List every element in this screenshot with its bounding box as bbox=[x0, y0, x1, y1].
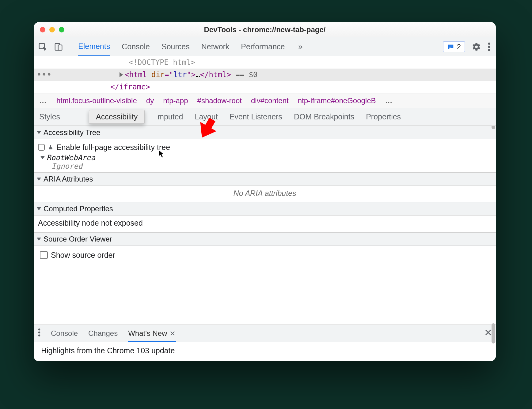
section-title: ARIA Attributes bbox=[44, 175, 93, 183]
checkbox-show-source-order[interactable] bbox=[40, 251, 48, 259]
accessibility-panel: Accessibility Tree Enable full-page acce… bbox=[34, 126, 496, 325]
more-menu-button[interactable] bbox=[488, 43, 490, 51]
main-tabs: Elements Console Sources Network Perform… bbox=[78, 37, 304, 56]
chevron-down-icon bbox=[40, 156, 45, 159]
section-computed-properties[interactable]: Computed Properties bbox=[34, 202, 496, 216]
subtab-styles[interactable]: Styles bbox=[39, 112, 60, 121]
minimize-window-button[interactable] bbox=[49, 27, 55, 32]
chevron-down-icon bbox=[37, 131, 41, 134]
section-source-order[interactable]: Source Order Viewer bbox=[34, 232, 496, 246]
section-title: Accessibility Tree bbox=[44, 128, 100, 137]
crumb-shadow-root[interactable]: #shadow-root bbox=[197, 96, 242, 105]
tab-elements[interactable]: Elements bbox=[78, 37, 110, 56]
show-source-order-label: Show source order bbox=[51, 251, 115, 260]
crumb-div-content[interactable]: div#content bbox=[251, 96, 289, 105]
section-title: Computed Properties bbox=[44, 204, 113, 213]
tab-performance[interactable]: Performance bbox=[241, 37, 285, 56]
chevron-down-icon bbox=[37, 178, 41, 181]
checkbox-enable-full-tree[interactable] bbox=[38, 144, 45, 151]
drawer-tab-changes[interactable]: Changes bbox=[88, 329, 118, 338]
tab-console[interactable]: Console bbox=[122, 37, 150, 56]
scrollbar-thumb[interactable] bbox=[492, 323, 495, 343]
dom-line-doctype[interactable]: <!DOCTYPE html> bbox=[34, 56, 496, 69]
chevron-down-icon bbox=[37, 207, 41, 210]
enable-full-tree-row[interactable]: Enable full-page accessibility tree bbox=[38, 141, 492, 153]
dom-tree[interactable]: <!DOCTYPE html> ••• <html dir="ltr">…</h… bbox=[34, 56, 496, 93]
drawer-close-button[interactable] bbox=[485, 329, 492, 338]
show-source-order-row[interactable]: Show source order bbox=[40, 249, 490, 261]
window-controls bbox=[40, 27, 64, 32]
kebab-icon bbox=[488, 43, 490, 51]
inspect-element-icon[interactable] bbox=[36, 40, 49, 53]
tab-network[interactable]: Network bbox=[201, 37, 230, 56]
tree-ignored-node: Ignored bbox=[38, 162, 492, 171]
dom-line-html[interactable]: ••• <html dir="ltr">…</html> == $0 bbox=[34, 69, 496, 81]
flask-icon bbox=[48, 144, 53, 150]
section-accessibility-tree[interactable]: Accessibility Tree bbox=[34, 126, 496, 139]
enable-full-tree-label: Enable full-page accessibility tree bbox=[56, 143, 170, 152]
main-toolbar: Elements Console Sources Network Perform… bbox=[34, 37, 496, 56]
svg-point-9 bbox=[38, 332, 40, 334]
drawer-tab-whats-new[interactable]: What's New bbox=[128, 329, 175, 338]
computed-body-text: Accessibility node not exposed bbox=[38, 219, 143, 227]
whats-new-heading: Highlights from the Chrome 103 update bbox=[41, 346, 175, 355]
drawer-tab-label: What's New bbox=[128, 329, 167, 338]
section-title: Source Order Viewer bbox=[44, 235, 112, 243]
crumb-ntp-app[interactable]: ntp-app bbox=[163, 96, 188, 105]
chat-icon bbox=[447, 43, 454, 50]
issues-button[interactable]: 2 bbox=[443, 41, 465, 52]
tree-root-label: RootWebArea bbox=[47, 153, 95, 162]
tabs-overflow-icon[interactable]: » bbox=[296, 37, 304, 56]
tree-root-node[interactable]: RootWebArea bbox=[38, 153, 492, 162]
subtab-properties[interactable]: Properties bbox=[366, 112, 401, 121]
close-icon[interactable] bbox=[170, 331, 175, 336]
tab-sources[interactable]: Sources bbox=[162, 37, 190, 56]
divider bbox=[70, 40, 70, 53]
subtab-computed-partial[interactable]: mputed bbox=[158, 112, 183, 121]
titlebar: DevTools - chrome://new-tab-page/ bbox=[34, 22, 496, 37]
breadcrumb[interactable]: … html.focus-outline-visible dy ntp-app … bbox=[34, 93, 496, 108]
aria-empty-text: No ARIA attributes bbox=[34, 186, 496, 202]
subtab-layout[interactable]: Layout bbox=[195, 112, 218, 121]
expand-icon[interactable] bbox=[120, 72, 123, 77]
active-tab-underline bbox=[128, 341, 176, 342]
device-toolbar-icon[interactable] bbox=[52, 40, 65, 53]
elements-subtabs: Styles Accessibility mputed Layout Event… bbox=[34, 108, 496, 126]
settings-button[interactable] bbox=[472, 42, 481, 51]
section-aria-attributes[interactable]: ARIA Attributes bbox=[34, 172, 496, 186]
crumb-body-partial[interactable]: dy bbox=[146, 96, 154, 105]
close-window-button[interactable] bbox=[40, 27, 45, 32]
window-title: DevTools - chrome://new-tab-page/ bbox=[34, 25, 496, 34]
svg-rect-2 bbox=[58, 45, 62, 50]
close-icon bbox=[485, 329, 492, 336]
subtab-event-listeners[interactable]: Event Listeners bbox=[230, 112, 282, 121]
crumb-html[interactable]: html.focus-outline-visible bbox=[56, 96, 137, 105]
svg-rect-3 bbox=[449, 46, 452, 46]
chevron-down-icon bbox=[37, 238, 41, 241]
svg-point-7 bbox=[488, 49, 490, 51]
drawer-menu-button[interactable] bbox=[38, 328, 40, 338]
subtab-accessibility-dragging[interactable]: Accessibility bbox=[89, 110, 145, 124]
toolbar-right: 2 bbox=[443, 41, 493, 52]
crumb-overflow-right[interactable]: … bbox=[385, 96, 393, 105]
kebab-icon bbox=[38, 328, 40, 336]
drawer: Console Changes What's New Highlights fr… bbox=[34, 325, 496, 361]
dom-line-iframe-close[interactable]: </iframe> bbox=[34, 81, 496, 93]
zoom-window-button[interactable] bbox=[59, 27, 64, 32]
subtab-dom-breakpoints[interactable]: DOM Breakpoints bbox=[294, 112, 354, 121]
drawer-body: Highlights from the Chrome 103 update bbox=[34, 342, 496, 361]
svg-point-10 bbox=[38, 335, 40, 337]
crumb-overflow-left[interactable]: … bbox=[39, 96, 47, 105]
gear-icon bbox=[472, 42, 481, 51]
issues-count: 2 bbox=[457, 43, 461, 51]
devtools-window: DevTools - chrome://new-tab-page/ Elemen… bbox=[34, 22, 496, 361]
svg-point-5 bbox=[488, 43, 490, 45]
drawer-tab-console[interactable]: Console bbox=[51, 329, 78, 338]
svg-point-8 bbox=[38, 328, 40, 331]
svg-rect-4 bbox=[449, 47, 451, 47]
drawer-tabs: Console Changes What's New bbox=[34, 325, 496, 342]
svg-point-6 bbox=[488, 46, 490, 48]
crumb-ntp-iframe[interactable]: ntp-iframe#oneGoogleB bbox=[298, 96, 376, 105]
